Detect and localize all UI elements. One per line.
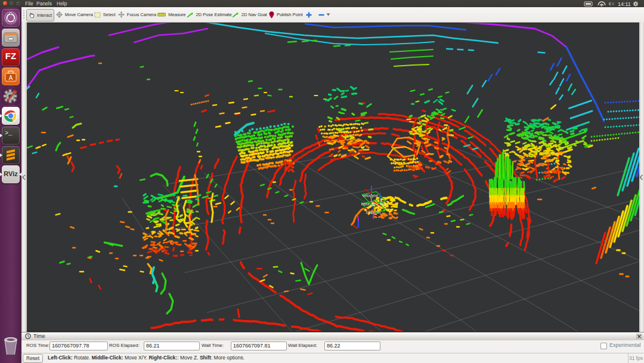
svg-text:14:11: 14:11 (618, 1, 631, 7)
svg-text:A: A (9, 75, 13, 81)
